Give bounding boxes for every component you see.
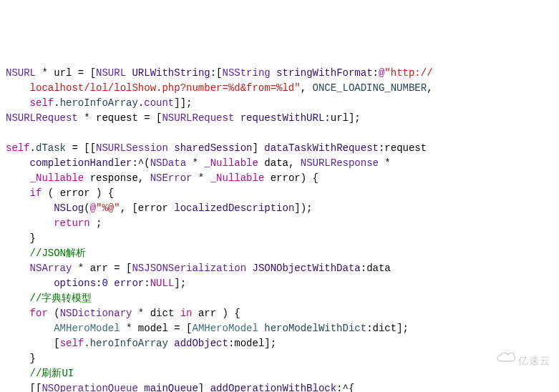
code-text: :[ — [210, 67, 223, 79]
code-indent — [6, 157, 30, 169]
code-const: ONCE_LOADING_NUMBER — [312, 82, 427, 94]
code-indent — [6, 293, 30, 304]
code-indent — [6, 263, 30, 274]
code-string: "%@" — [96, 202, 120, 214]
code-op: * — [192, 172, 210, 184]
code-type: NSArray — [30, 263, 72, 274]
code-property: dTask — [36, 142, 66, 154]
code-text: , [error — [120, 202, 175, 214]
code-text: , — [427, 82, 432, 94]
code-type: NSData — [150, 157, 186, 169]
code-self: self — [60, 338, 84, 349]
code-text: :^{ — [336, 383, 354, 392]
code-method: addOperationWithBlock — [210, 383, 336, 392]
watermark-text: 亿速云 — [518, 353, 550, 368]
code-text: data, — [258, 157, 301, 169]
code-comment: //刷新UI — [30, 368, 74, 379]
code-text: . — [84, 338, 89, 349]
code-text: arr = [ — [90, 263, 132, 274]
code-text: error) { — [264, 172, 319, 184]
code-text: } — [30, 353, 36, 364]
code-text: data — [366, 263, 391, 274]
code-indent — [6, 353, 30, 364]
code-op: * — [120, 323, 138, 334]
code-text: = [[ — [66, 142, 96, 154]
code-method: JSONObjectWithData — [246, 263, 361, 274]
code-indent — [6, 338, 54, 349]
code-type: NSJSONSerialization — [132, 263, 246, 274]
code-text: [ — [54, 338, 59, 349]
code-nullable: _Nullable — [210, 172, 265, 184]
code-property: heroInfoArray — [90, 338, 168, 349]
code-type: NSURLRequest — [162, 112, 234, 124]
code-block: NSURL * url = [NSURL URLWithString:[NSSt… — [6, 66, 553, 392]
code-indent — [6, 232, 30, 244]
code-indent — [6, 383, 30, 392]
code-method: options — [54, 278, 96, 289]
code-text: : — [361, 263, 366, 274]
code-text: arr ) { — [193, 308, 240, 319]
code-method: addObject — [168, 338, 228, 349]
code-indent — [6, 323, 54, 334]
code-method: localizedDescription — [174, 202, 294, 214]
code-text: . — [54, 97, 59, 109]
code-indent — [6, 248, 30, 259]
code-null: NULL — [150, 278, 175, 289]
code-op: * — [132, 308, 150, 319]
code-method: dataTaskWithRequest — [264, 142, 379, 154]
code-type: NSError — [150, 172, 193, 184]
code-indent — [6, 278, 54, 289]
cloud-icon — [482, 338, 515, 383]
code-indent — [6, 172, 30, 184]
code-text: . — [30, 142, 36, 154]
code-method: stringWithFormat — [271, 67, 373, 79]
code-text: ]); — [294, 202, 312, 214]
code-property: count — [144, 97, 174, 109]
code-text: ] — [253, 142, 265, 154]
code-text: [[ — [30, 383, 42, 392]
code-op: * — [72, 263, 89, 274]
code-text: dict — [150, 308, 180, 319]
code-text: ( error ) { — [42, 187, 114, 199]
code-indent — [6, 217, 54, 229]
code-type: NSDictionary — [60, 308, 132, 319]
code-method: URLWithString — [126, 67, 210, 79]
code-text: ] — [198, 383, 210, 392]
code-method: sharedSession — [168, 142, 253, 154]
code-text: ; — [90, 217, 102, 229]
code-text: ( — [84, 202, 89, 214]
code-method: mainQueue — [138, 383, 198, 392]
code-keyword: for — [30, 308, 48, 319]
code-keyword: if — [30, 187, 42, 199]
code-text: : — [366, 323, 372, 334]
code-method: completionHandler — [30, 157, 132, 169]
code-property: heroInfoArray — [60, 97, 138, 109]
code-op: * — [379, 157, 391, 169]
code-text: . — [138, 97, 144, 109]
code-text: :^( — [132, 157, 150, 169]
code-self: self — [30, 97, 54, 109]
code-text: model = [ — [138, 323, 193, 334]
code-text: : — [144, 278, 150, 289]
code-keyword: in — [180, 308, 193, 319]
code-text: response, — [84, 172, 150, 184]
code-op: * — [78, 112, 96, 124]
code-number: 0 — [102, 278, 107, 289]
code-indent — [6, 202, 54, 214]
code-at: @ — [90, 202, 96, 214]
code-text: ]; — [174, 278, 186, 289]
code-text: url = [ — [54, 67, 96, 79]
code-text: request = [ — [96, 112, 162, 124]
code-text: request — [384, 142, 427, 154]
code-type: NSURLResponse — [301, 157, 379, 169]
code-comment: //JSON解析 — [30, 248, 86, 259]
code-self: self — [6, 142, 30, 154]
code-indent — [6, 82, 30, 94]
code-text — [108, 278, 114, 289]
code-type: NSURL — [6, 67, 36, 79]
code-text: ]]; — [174, 97, 192, 109]
code-type: NSURLRequest — [6, 112, 78, 124]
code-text: dict]; — [373, 323, 409, 334]
code-indent — [6, 187, 30, 199]
code-indent — [6, 368, 30, 379]
